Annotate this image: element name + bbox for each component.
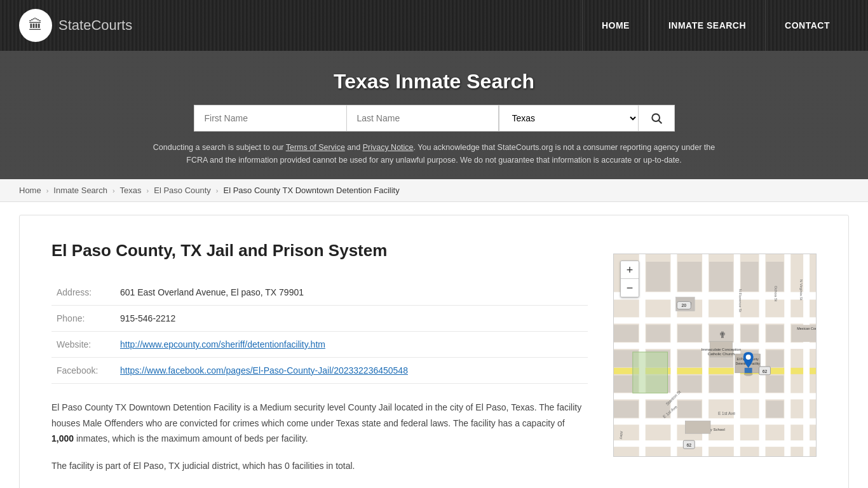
breadcrumb-el-paso-county[interactable]: El Paso County	[154, 186, 211, 195]
description-p2: The facility is part of El Paso, TX judi…	[51, 458, 588, 474]
hero-section: Texas Inmate Search Select State Alabama…	[0, 51, 868, 179]
svg-text:N Florence St: N Florence St	[738, 289, 742, 313]
zoom-in-button[interactable]: +	[621, 261, 639, 279]
hero-disclaimer: Conducting a search is subject to our Te…	[148, 141, 720, 166]
svg-text:✟: ✟	[719, 330, 726, 340]
logo-link[interactable]: 🏛 StateCourts	[19, 9, 132, 42]
address-label: Address:	[51, 280, 115, 306]
svg-text:62: 62	[686, 443, 691, 447]
search-icon	[650, 112, 663, 125]
svg-rect-25	[677, 325, 702, 342]
svg-text:Catholic Church: Catholic Church	[708, 352, 735, 356]
svg-rect-43	[677, 401, 702, 418]
breadcrumb-current: El Paso County TX Downtown Detention Fac…	[224, 186, 400, 195]
main-nav: HOME INMATE SEARCH CONTACT	[582, 0, 849, 51]
address-row: Address: 601 East Overland Avenue, El pa…	[51, 280, 588, 306]
svg-text:Alley: Alley	[620, 431, 623, 439]
website-label: Website:	[51, 332, 115, 358]
facebook-row: Facebook: https://www.facebook.com/pages…	[51, 358, 588, 384]
breadcrumb-sep-1: ›	[46, 187, 49, 194]
breadcrumb-sep-4: ›	[216, 187, 219, 194]
facebook-link[interactable]: https://www.facebook.com/pages/El-Paso-C…	[120, 365, 408, 376]
search-bar: Select State AlabamaAlaskaArizona Arkans…	[13, 105, 855, 132]
facility-description: El Paso County TX Downtown Detention Fac…	[51, 400, 588, 473]
svg-rect-23	[614, 325, 639, 342]
breadcrumb-texas[interactable]: Texas	[120, 186, 142, 195]
map-container: + −	[613, 254, 817, 457]
info-table: Address: 601 East Overland Avenue, El pa…	[51, 280, 588, 384]
svg-text:20: 20	[681, 303, 686, 308]
main-wrapper: El Paso County, TX Jail and Prison Syste…	[0, 202, 868, 488]
capacity-value: 1,000	[51, 433, 74, 444]
nav-inmate-search[interactable]: INMATE SEARCH	[649, 0, 765, 51]
svg-rect-74	[745, 368, 752, 373]
svg-rect-38	[677, 376, 702, 393]
phone-row: Phone: 915-546-2212	[51, 306, 588, 332]
phone-value: 915-546-2212	[115, 306, 588, 332]
svg-text:N Virginia St: N Virginia St	[799, 280, 803, 301]
website-row: Website: http://www.epcounty.com/sheriff…	[51, 332, 588, 358]
facility-title: El Paso County, TX Jail and Prison Syste…	[51, 241, 588, 261]
svg-text:62: 62	[763, 369, 768, 374]
svg-rect-28	[766, 325, 783, 342]
website-value: http://www.epcounty.com/sheriff/detentio…	[115, 332, 588, 358]
first-name-input[interactable]	[194, 105, 346, 132]
map-svg: ✟ Immaculate Conception Catholic Church …	[614, 254, 816, 456]
svg-text:Mexican Consul: Mexican Consul	[797, 327, 816, 330]
svg-text:Immaculate Conception: Immaculate Conception	[702, 348, 742, 351]
content-box: El Paso County, TX Jail and Prison Syste…	[19, 215, 849, 488]
svg-rect-24	[646, 325, 670, 342]
svg-rect-41	[614, 401, 639, 418]
terms-link[interactable]: Terms of Service	[286, 143, 345, 152]
svg-rect-44	[766, 401, 783, 418]
breadcrumb-home[interactable]: Home	[19, 186, 41, 195]
svg-rect-16	[784, 254, 790, 456]
svg-rect-17	[803, 254, 810, 456]
svg-text:E 1st Ave: E 1st Ave	[718, 411, 735, 416]
breadcrumb-sep-3: ›	[147, 187, 149, 194]
breadcrumb: Home › Inmate Search › Texas › El Paso C…	[0, 179, 868, 202]
svg-text:Ochoa St: Ochoa St	[774, 286, 778, 302]
nav-contact[interactable]: CONTACT	[765, 0, 849, 51]
logo-icon: 🏛	[19, 9, 52, 42]
hero-content: Texas Inmate Search Select State Alabama…	[13, 70, 855, 166]
website-link[interactable]: http://www.epcounty.com/sheriff/detentio…	[120, 339, 325, 349]
svg-rect-12	[670, 254, 677, 456]
svg-rect-27	[741, 325, 759, 342]
svg-rect-20	[709, 262, 733, 292]
logo-text: StateCourts	[58, 17, 132, 34]
facebook-value: https://www.facebook.com/pages/El-Paso-C…	[115, 358, 588, 384]
last-name-input[interactable]	[346, 105, 499, 132]
breadcrumb-inmate-search[interactable]: Inmate Search	[53, 186, 107, 195]
breadcrumb-sep-2: ›	[112, 187, 115, 194]
svg-point-0	[652, 114, 660, 121]
svg-rect-21	[741, 262, 759, 292]
phone-label: Phone:	[51, 306, 115, 332]
facebook-label: Facebook:	[51, 358, 115, 384]
svg-rect-35	[766, 350, 783, 367]
svg-point-73	[746, 355, 751, 360]
content-left: El Paso County, TX Jail and Prison Syste…	[51, 241, 588, 485]
privacy-link[interactable]: Privacy Notice	[363, 143, 414, 152]
zoom-out-button[interactable]: −	[621, 279, 639, 297]
svg-rect-32	[677, 350, 702, 367]
nav-home[interactable]: HOME	[582, 0, 649, 51]
svg-rect-40	[766, 376, 783, 393]
description-p1: El Paso County TX Downtown Detention Fac…	[51, 400, 588, 447]
map-zoom-controls: + −	[620, 261, 639, 297]
map-section: + −	[613, 241, 817, 485]
svg-rect-18	[646, 262, 670, 292]
search-button[interactable]	[639, 105, 675, 132]
header: 🏛 StateCourts HOME INMATE SEARCH CONTACT	[0, 0, 868, 51]
svg-rect-59	[685, 421, 710, 433]
svg-rect-39	[709, 376, 733, 393]
hero-title: Texas Inmate Search	[13, 70, 855, 93]
svg-rect-19	[677, 262, 702, 292]
state-select[interactable]: Select State AlabamaAlaskaArizona Arkans…	[499, 105, 639, 132]
svg-line-1	[658, 121, 661, 124]
svg-rect-45	[633, 352, 668, 393]
address-value: 601 East Overland Avenue, El paso, TX 79…	[115, 280, 588, 306]
